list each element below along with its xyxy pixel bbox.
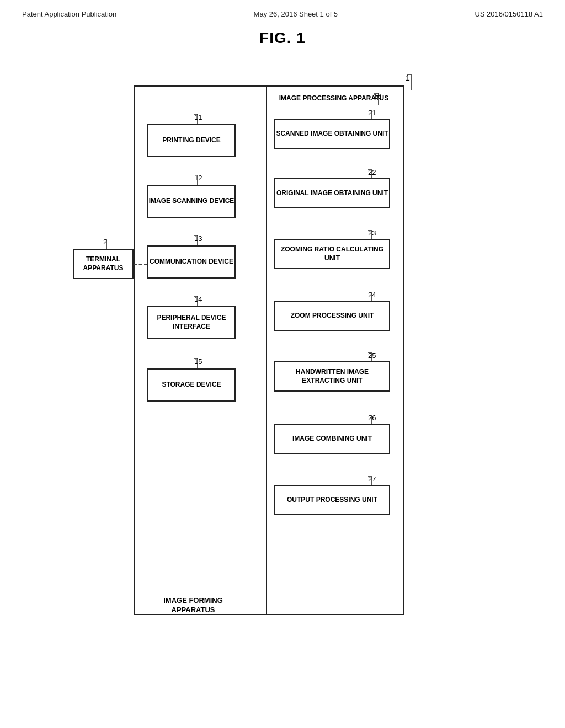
printing-device-box: PRINTING DEVICE — [147, 124, 236, 157]
ref12-bracket — [190, 175, 199, 186]
ref21-bracket — [364, 110, 372, 120]
zoom-processing-unit-box: ZOOM PROCESSING UNIT — [274, 301, 390, 331]
storage-device-box: STORAGE DEVICE — [147, 368, 236, 402]
ref15-bracket — [190, 358, 199, 370]
dashed-connector — [134, 264, 147, 265]
header-right: US 2016/0150118 A1 — [475, 10, 543, 18]
ref11-bracket — [190, 114, 199, 125]
header-middle: May 26, 2016 Sheet 1 of 5 — [254, 10, 338, 18]
ref14-bracket — [190, 296, 199, 307]
ref1-bracket — [401, 74, 412, 91]
header-left: Patent Application Publication — [22, 10, 116, 18]
ref23-bracket — [364, 230, 372, 240]
image-combining-unit-box: IMAGE COMBINING UNIT — [274, 424, 390, 454]
ref24-bracket — [364, 292, 372, 302]
fig-title: FIG. 1 — [0, 29, 565, 47]
terminal-apparatus-box: TERMINAL APPARATUS — [73, 249, 134, 279]
output-processing-unit-box: OUTPUT PROCESSING UNIT — [274, 485, 390, 515]
communication-device-box: COMMUNICATION DEVICE — [147, 245, 236, 279]
ref25-bracket — [364, 352, 372, 362]
handwritten-image-extracting-unit-box: HANDWRITTEN IMAGE EXTRACTING UNIT — [274, 361, 390, 392]
peripheral-device-interface-box: PERIPHERAL DEVICE INTERFACE — [147, 306, 236, 339]
page-header: Patent Application Publication May 26, 2… — [0, 0, 565, 24]
scanned-image-obtaining-unit-box: SCANNED IMAGE OBTAINING UNIT — [274, 119, 390, 149]
ref27-bracket — [364, 476, 372, 486]
image-scanning-device-box: IMAGE SCANNING DEVICE — [147, 185, 236, 218]
ref26-bracket — [364, 415, 372, 425]
diagram-area: 1 16 IMAGE PROCESSING APPARATUS PRINTING… — [62, 63, 503, 670]
image-forming-apparatus-label: IMAGE FORMING APPARATUS — [143, 596, 243, 615]
zooming-ratio-calculating-unit-box: ZOOMING RATIO CALCULATING UNIT — [274, 239, 390, 269]
image-processing-apparatus-label: IMAGE PROCESSING APPARATUS — [270, 94, 397, 103]
ref2-bracket — [99, 239, 108, 250]
original-image-obtaining-unit-box: ORIGINAL IMAGE OBTAINING UNIT — [274, 178, 390, 208]
ref22-bracket — [364, 169, 372, 179]
image-processing-apparatus-box — [266, 85, 404, 615]
ref13-bracket — [190, 235, 199, 247]
